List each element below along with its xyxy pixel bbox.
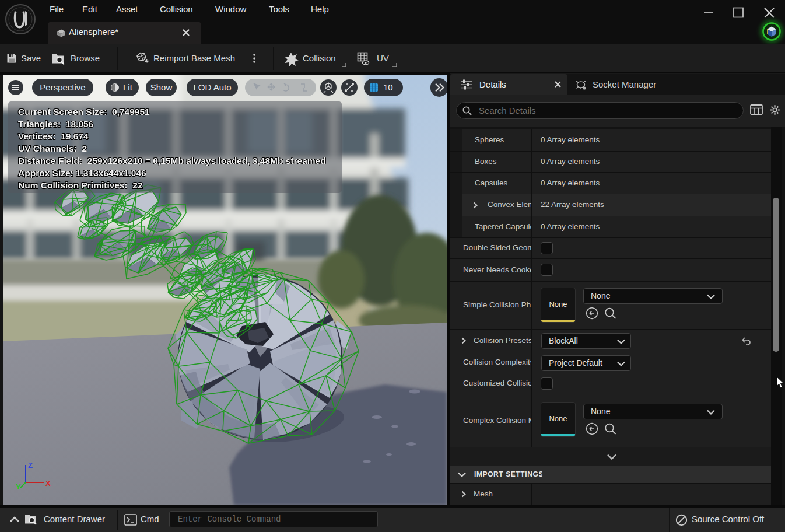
svg-text:Y: Y [16,482,21,491]
svg-text:X: X [45,479,51,488]
svg-text:Z: Z [28,461,33,470]
